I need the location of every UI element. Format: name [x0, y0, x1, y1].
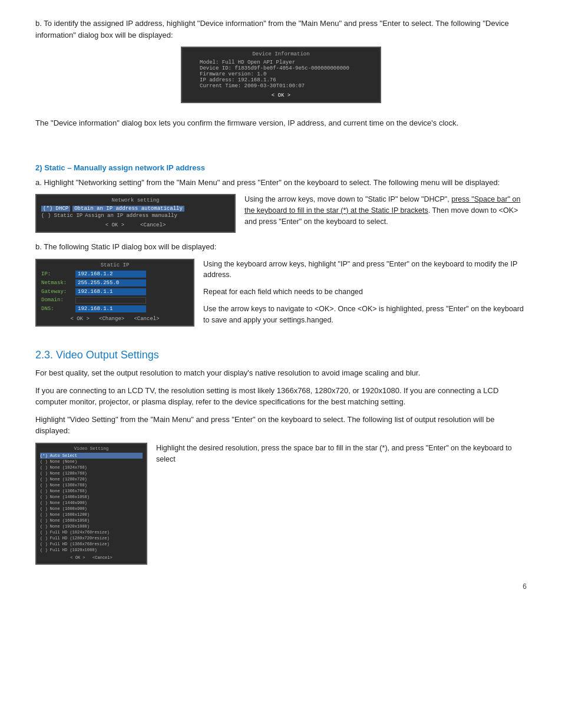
static-ip-ok-btn[interactable]: < OK >	[70, 316, 89, 322]
section23-num: 2.3.	[35, 349, 53, 361]
device-info-ip: IP address: 192.168.1.76	[188, 77, 374, 83]
device-info-time: Current Time: 2009-03-30T01:00:07	[188, 83, 374, 89]
section2a-intro: a. Highlight "Networking setting" from t…	[35, 177, 527, 189]
network-btn-row: < OK > <Cancel>	[41, 222, 230, 228]
static-ip-desc-col: Using the keyboard arrow keys, highlight…	[203, 259, 527, 332]
network-dhcp-row: (*) DHCP Obtain an IP address automatica…	[41, 206, 230, 212]
static-ip-btn-row: < OK > <Change> <Cancel>	[41, 316, 189, 322]
dhcp-desc: Obtain an IP address automatically	[72, 206, 184, 212]
device-info-desc: The "Device information" dialog box lets…	[35, 117, 527, 129]
network-setting-section: Network setting (*) DHCP Obtain an IP ad…	[35, 194, 527, 233]
static-ip-screenshot-col: Static IP IP: 192.168.1.2 Netmask: 255.2…	[35, 259, 194, 327]
dns-value[interactable]: 192.168.1.1	[75, 305, 146, 312]
video-res-row-8[interactable]: ( ) None (1440x900)	[40, 500, 143, 506]
section2b-intro: b. The following Static IP dialog box wi…	[35, 241, 527, 253]
netmask-value[interactable]: 255.255.255.0	[75, 279, 146, 286]
static-ip-section: Static IP IP: 192.168.1.2 Netmask: 255.2…	[35, 259, 527, 332]
section23-text: Video Output Settings	[56, 349, 159, 361]
ip-value[interactable]: 192.168.1.2	[75, 271, 146, 278]
gateway-label: Gateway:	[41, 289, 75, 295]
video-desc: Highlight the desired resolution, press …	[156, 443, 527, 465]
video-cancel-btn[interactable]: <Cancel>	[92, 555, 113, 560]
video-res-row-0[interactable]: (*) Auto Select	[40, 453, 143, 459]
static-ip-desc1: Using the keyboard arrow keys, highlight…	[203, 259, 527, 281]
section2-heading: 2) Static – Manually assign network IP a…	[35, 163, 527, 172]
video-res-row-6[interactable]: ( ) None (1366x768)	[40, 488, 143, 494]
dhcp-option: (*) DHCP	[41, 206, 70, 212]
ip-label: IP:	[41, 271, 75, 277]
video-output-title: Video Setting	[40, 446, 143, 451]
video-res-row-4[interactable]: ( ) None (1280x720)	[40, 476, 143, 482]
press-space-bar-text: press "Space bar" on the keyboard to fil…	[244, 195, 521, 215]
video-res-row-3[interactable]: ( ) None (1280x768)	[40, 470, 143, 476]
video-res-row-16[interactable]: ( ) Full HD (1920x1080)	[40, 547, 143, 553]
video-res-row-13[interactable]: ( ) Full HD (1024x768resize)	[40, 529, 143, 535]
video-res-row-10[interactable]: ( ) None (1600x1200)	[40, 512, 143, 518]
video-output-section: Video Setting (*) Auto Select ( ) None (…	[35, 443, 527, 565]
video-res-row-12[interactable]: ( ) None (1920x1080)	[40, 523, 143, 529]
device-info-title: Device Information	[188, 51, 374, 57]
video-res-row-1[interactable]: ( ) None (None)	[40, 459, 143, 465]
network-cancel-btn[interactable]: <Cancel>	[140, 222, 166, 228]
domain-label: Domain:	[41, 297, 75, 303]
static-ip-change-btn[interactable]: <Change>	[99, 316, 124, 322]
network-setting-title: Network setting	[41, 197, 230, 203]
section-b-intro: b. To identify the assigned IP address, …	[35, 18, 527, 41]
video-para3: Highlight "Video Setting" from the "Main…	[35, 414, 527, 437]
ip-field-row: IP: 192.168.1.2	[41, 271, 189, 278]
static-ip-desc3: Use the arrow keys to navigate to <OK>. …	[203, 304, 527, 326]
gateway-value[interactable]: 192.168.1.1	[75, 288, 146, 295]
dns-field-row: DNS: 192.168.1.1	[41, 305, 189, 312]
device-info-model: Model: Full HD Open API Player	[188, 60, 374, 65]
video-res-row-9[interactable]: ( ) None (1600x900)	[40, 506, 143, 512]
video-para1: For best quality, set the output resolut…	[35, 367, 527, 379]
static-ip-title: Static IP	[41, 262, 189, 268]
video-res-row-7[interactable]: ( ) None (1400x1050)	[40, 494, 143, 500]
device-info-screenshot: Device Information Model: Full HD Open A…	[181, 47, 381, 103]
video-output-btn-row: < OK > <Cancel>	[40, 555, 143, 560]
static-ip-screenshot: Static IP IP: 192.168.1.2 Netmask: 255.2…	[35, 259, 194, 327]
video-res-row-2[interactable]: ( ) None (1024x768)	[40, 465, 143, 470]
video-res-row-14[interactable]: ( ) Full HD (1280x720resize)	[40, 535, 143, 541]
static-option: ( ) Static IP	[41, 213, 82, 219]
network-ok-btn[interactable]: < OK >	[105, 222, 124, 228]
video-res-row-15[interactable]: ( ) Full HD (1366x768resize)	[40, 541, 143, 547]
video-output-screenshot: Video Setting (*) Auto Select ( ) None (…	[35, 443, 147, 565]
dns-label: DNS:	[41, 306, 75, 312]
video-res-row-11[interactable]: ( ) None (1680x1050)	[40, 518, 143, 523]
domain-value[interactable]	[75, 297, 146, 304]
device-info-firmware: Firmware version: 1.0	[188, 71, 374, 77]
section23-heading: 2.3. Video Output Settings	[35, 349, 527, 361]
video-ok-btn[interactable]: < OK >	[70, 555, 85, 560]
domain-field-row: Domain:	[41, 297, 189, 304]
static-desc: Assign an IP address manually	[85, 213, 177, 219]
network-setting-desc: Using the arrow keys, move down to "Stat…	[244, 194, 527, 227]
video-desc-col: Highlight the desired resolution, press …	[156, 443, 527, 471]
network-setting-screenshot-col: Network setting (*) DHCP Obtain an IP ad…	[35, 194, 236, 233]
device-info-id: Device ID: f1835d9f-be0f-4054-9e5c-00000…	[188, 65, 374, 71]
page-content: b. To identify the assigned IP address, …	[35, 18, 527, 591]
netmask-field-row: Netmask: 255.255.255.0	[41, 279, 189, 286]
gateway-field-row: Gateway: 192.168.1.1	[41, 288, 189, 295]
video-para2: If you are connecting to an LCD TV, the …	[35, 385, 527, 408]
static-ip-cancel-btn[interactable]: <Cancel>	[134, 316, 159, 322]
netmask-label: Netmask:	[41, 280, 75, 286]
page-number: 6	[35, 582, 527, 591]
video-res-row-5[interactable]: ( ) None (1360x768)	[40, 482, 143, 488]
network-setting-screenshot: Network setting (*) DHCP Obtain an IP ad…	[35, 194, 236, 233]
device-info-ok[interactable]: < OK >	[188, 93, 374, 98]
network-static-row: ( ) Static IP Assign an IP address manua…	[41, 213, 230, 219]
static-ip-desc2: Repeat for each field which needs to be …	[203, 286, 527, 298]
video-output-screenshot-col: Video Setting (*) Auto Select ( ) None (…	[35, 443, 147, 565]
